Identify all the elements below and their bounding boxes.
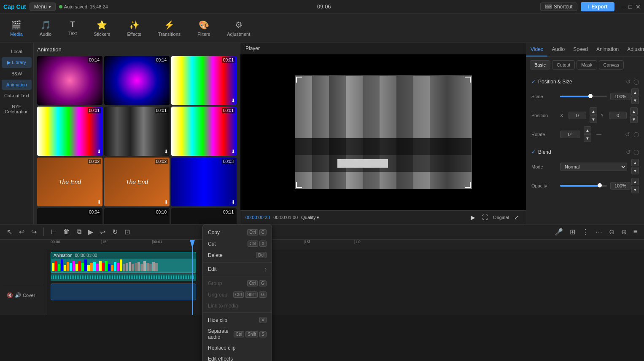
magnet-btn[interactable]: ⋯ [594,227,604,237]
volume-icon[interactable]: 🔊 [15,292,21,298]
settings-tl-btn[interactable]: ≡ [632,227,639,236]
fit-btn[interactable]: ⊞ [568,227,577,237]
tab-audio[interactable]: Audio [547,43,569,56]
tool-transitions[interactable]: ⚡ Transitions [155,18,184,38]
tool-media[interactable]: 🎬 Media [7,18,26,38]
redo-btn[interactable]: ↪ [30,227,38,237]
close-icon[interactable]: ✕ [636,3,641,10]
rotate-expand-icon[interactable]: ◯ [633,131,639,137]
select-tool-btn[interactable]: ↖ [5,227,14,237]
zoom-in-btn[interactable]: ⊕ [620,227,628,237]
cover-clip[interactable] [51,283,196,300]
minimize-icon[interactable]: ─ [621,3,625,10]
maximize-icon[interactable]: □ [629,3,632,10]
split-btn[interactable]: ⊢ [49,227,58,237]
ctx-edit[interactable]: Edit › [203,264,272,275]
tab-speed[interactable]: Speed [569,43,592,56]
download-icon[interactable]: ⬇ [231,199,235,205]
download-icon[interactable]: ⬇ [97,199,101,205]
ctx-copy[interactable]: Copy Ctrl C [203,227,272,238]
delete-btn[interactable]: 🗑 [62,227,72,236]
tool-effects[interactable]: ✨ Effects [124,18,144,38]
blend-mode-select[interactable]: Normal Multiply Screen Overlay [560,163,627,171]
pos-y-down-btn[interactable]: ▼ [630,115,638,123]
media-thumb-arch[interactable]: 00:04 [37,208,102,224]
animation-clip[interactable]: Animation 00:00:01:00 [51,252,196,273]
scale-down-btn[interactable]: ▼ [631,96,639,104]
opacity-slider[interactable] [560,185,607,187]
rotate-tl-btn[interactable]: ↻ [110,227,119,237]
mirror-btn[interactable]: ⇌ [98,227,107,237]
subtab-mask[interactable]: Mask [577,60,597,70]
download-icon[interactable]: ⬇ [164,149,168,155]
zoom-out-btn[interactable]: ⊖ [607,227,616,237]
blend-expand-icon[interactable]: ◯ [633,149,639,155]
pos-y-up-btn[interactable]: ▲ [630,107,638,115]
menu-button[interactable]: Menu ▾ [30,3,56,11]
media-thumb-theend1[interactable]: The End 00:02 ⬇ [37,158,102,206]
rotate-input[interactable] [560,131,580,138]
snap-btn[interactable]: ⋮ [580,227,590,237]
expand-button[interactable]: ⤢ [512,213,521,222]
media-thumb-darkcolorbar[interactable]: 00:01 ⬇ [104,107,170,155]
pos-x-down-btn[interactable]: ▼ [590,115,597,123]
tool-text[interactable]: T Text [65,19,80,37]
media-thumb-colorbar1[interactable]: 00:01 ⬇ [171,56,237,105]
tab-adjustment[interactable]: Adjustm... [623,43,644,56]
mic-btn[interactable]: 🎤 [553,227,565,237]
pos-x-up-btn[interactable]: ▲ [590,107,597,115]
opacity-down-btn[interactable]: ▼ [631,186,639,193]
duplicate-btn[interactable]: ⧉ [75,227,83,236]
blend-mode-down-btn[interactable]: ▼ [631,167,639,174]
ctx-separate-audio[interactable]: Separate audio Ctrl Shift S [203,326,272,342]
media-thumb-triangle[interactable]: 00:11 [171,208,237,224]
tool-audio[interactable]: 🎵 Audio [36,18,55,38]
scale-input[interactable] [610,93,631,100]
blend-mode-up-btn[interactable]: ▲ [631,159,639,166]
sidebar-item-nye[interactable]: NYE Celebration [2,102,32,117]
play-button[interactable]: ▶ [469,213,477,222]
tool-adjustment[interactable]: ⚙ Adjustment [224,18,253,38]
sidebar-item-local[interactable]: Local [2,46,32,56]
tab-video[interactable]: Video [526,43,547,56]
media-thumb-theend2[interactable]: The End 00:02 ⬇ [104,158,170,206]
opacity-up-btn[interactable]: ▲ [631,178,639,185]
subtab-canvas[interactable]: Canvas [599,60,624,70]
crop-btn[interactable]: ⊡ [123,227,132,237]
reset-icon[interactable]: ↺ [626,78,631,85]
download-icon[interactable]: ⬇ [164,199,168,205]
sidebar-item-animation[interactable]: Animation [2,80,32,90]
sidebar-item-bw[interactable]: B&W [2,69,32,79]
tool-stickers[interactable]: ⭐ Stickers [90,18,113,38]
quality-selector[interactable]: Quality ▾ [301,215,319,220]
media-thumb-heart1[interactable]: 00:14 [37,56,102,105]
fullscreen-button[interactable]: ⛶ [480,213,490,222]
subtab-basic[interactable]: Basic [530,60,550,70]
download-icon[interactable]: ⬇ [231,149,235,155]
position-y-input[interactable] [609,112,627,119]
rot-down-btn[interactable]: ▼ [584,134,591,142]
position-x-input[interactable] [569,112,586,119]
tool-filters[interactable]: 🎨 Filters [194,18,213,38]
download-icon[interactable]: ⬇ [231,98,235,104]
scale-up-btn[interactable]: ▲ [631,88,639,96]
undo-btn[interactable]: ↩ [17,227,26,237]
sidebar-item-cutout[interactable]: Cut-out Text [2,91,32,101]
rotate-reset-icon[interactable]: ↺ [625,131,630,138]
ctx-hide-clip[interactable]: Hide clip V [203,314,272,326]
expand-icon[interactable]: ◯ [633,79,639,85]
shortcut-button[interactable]: ⌨ Shortcut [540,3,577,11]
subtab-cutout[interactable]: Cutout [552,60,575,70]
sidebar-item-library[interactable]: ▶ Library [2,57,32,68]
media-thumb-colorbar3[interactable]: 00:01 ⬇ [171,107,237,155]
media-thumb-colorbar2[interactable]: 00:01 ⬇ [37,107,102,155]
ctx-edit-effects[interactable]: Edit effects [203,353,272,361]
media-thumb-heart2[interactable]: 00:14 [104,56,170,105]
ctx-cut[interactable]: Cut Ctrl X [203,238,272,249]
export-button[interactable]: ↑ Export [581,2,614,11]
scale-slider[interactable] [560,96,607,97]
rot-up-btn[interactable]: ▲ [584,126,591,134]
media-thumb-bluebar[interactable]: 00:03 ⬇ [171,158,237,206]
play-btn[interactable]: ▶ [86,227,95,237]
blend-reset-icon[interactable]: ↺ [626,149,631,155]
